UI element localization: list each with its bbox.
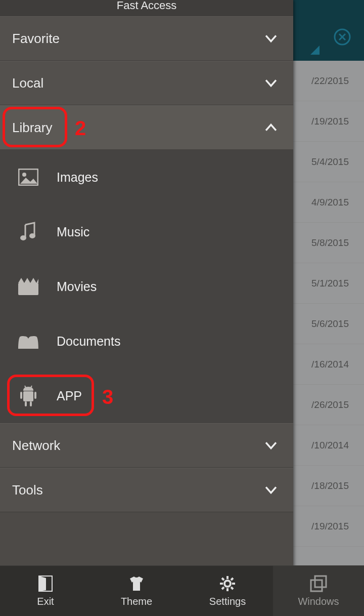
bottom-label: Windows [298, 596, 339, 607]
movies-icon [17, 275, 39, 298]
library-item-app[interactable]: APP 3 [0, 368, 293, 423]
theme-button[interactable]: Theme [91, 566, 182, 616]
exit-icon [36, 574, 55, 593]
svg-line-6 [25, 386, 26, 388]
library-item-images[interactable]: Images [0, 150, 293, 204]
chevron-down-icon [261, 28, 281, 49]
svg-point-4 [29, 233, 35, 238]
svg-rect-11 [25, 401, 27, 406]
windows-button[interactable]: Windows [273, 566, 364, 616]
chevron-down-icon [261, 435, 281, 456]
bottom-bar: Exit Theme Settings Windows [0, 565, 364, 616]
chevron-up-icon [261, 117, 281, 138]
svg-rect-23 [315, 576, 326, 587]
chevron-down-icon [261, 73, 281, 93]
image-icon [17, 166, 39, 188]
svg-rect-5 [18, 283, 38, 295]
library-sub-list: Images Music Movies Documents APP [0, 150, 293, 423]
svg-rect-24 [311, 580, 322, 591]
music-icon [17, 221, 39, 243]
gear-icon [218, 574, 237, 593]
android-icon [17, 385, 39, 407]
fast-access-drawer: Fast Access Favorite Local Library 2 Ima… [0, 0, 293, 616]
svg-rect-10 [34, 392, 36, 399]
svg-line-7 [31, 386, 32, 388]
library-item-label: Movies [57, 279, 97, 294]
annotation-number: 2 [75, 117, 86, 140]
library-item-documents[interactable]: Documents [0, 314, 293, 368]
section-library[interactable]: Library 2 [0, 105, 293, 150]
section-label: Tools [12, 482, 43, 498]
section-label: Library [12, 120, 52, 136]
bottom-label: Exit [37, 596, 54, 607]
library-item-label: Music [57, 225, 89, 239]
annotation-number: 3 [102, 386, 113, 408]
section-label: Favorite [12, 31, 60, 47]
section-tools[interactable]: Tools [0, 468, 293, 512]
svg-line-21 [231, 578, 233, 580]
windows-icon [309, 574, 328, 593]
bottom-label: Theme [121, 596, 152, 607]
theme-icon [127, 574, 146, 593]
svg-point-3 [20, 235, 26, 240]
svg-line-19 [222, 578, 224, 580]
library-item-label: Images [57, 170, 98, 185]
section-label: Local [12, 75, 43, 91]
svg-rect-8 [23, 391, 33, 401]
exit-button[interactable]: Exit [0, 566, 91, 616]
section-label: Network [12, 438, 60, 454]
section-local[interactable]: Local [0, 61, 293, 105]
svg-point-14 [224, 581, 231, 587]
section-network[interactable]: Network [0, 423, 293, 468]
svg-line-20 [231, 587, 233, 589]
bottom-label: Settings [209, 596, 246, 607]
drawer-title: Fast Access [0, 0, 293, 16]
svg-rect-12 [30, 401, 32, 406]
section-favorite[interactable]: Favorite [0, 16, 293, 61]
library-item-label: Documents [57, 334, 120, 349]
svg-rect-9 [20, 392, 22, 399]
svg-line-22 [222, 587, 224, 589]
documents-icon [17, 330, 39, 352]
settings-button[interactable]: Settings [182, 566, 273, 616]
library-item-music[interactable]: Music [0, 204, 293, 259]
chevron-down-icon [261, 480, 281, 500]
library-item-movies[interactable]: Movies [0, 259, 293, 314]
library-item-label: APP [57, 389, 82, 403]
svg-point-2 [22, 173, 26, 177]
